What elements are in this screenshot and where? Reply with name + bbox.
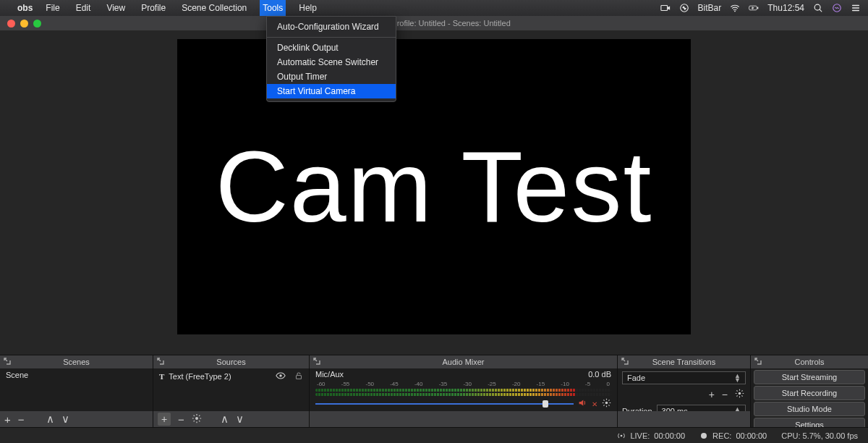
spotlight-icon[interactable] (813, 3, 823, 13)
controls-body: Start Streaming Start Recording Studio M… (751, 368, 868, 427)
popout-icon[interactable] (156, 357, 165, 366)
add-source-button[interactable]: + (158, 413, 171, 426)
remove-scene-button[interactable]: − (18, 413, 25, 426)
svg-rect-8 (297, 376, 302, 379)
menu-tools[interactable]: Tools (260, 0, 286, 16)
clock-day[interactable]: Thu (767, 3, 783, 13)
transitions-dock: Scene Transitions Fade ▲▼ + − Duration 3… (618, 355, 751, 427)
tick: -35 (439, 381, 448, 387)
controls-header: Controls (751, 355, 868, 368)
source-properties-button[interactable] (192, 413, 202, 426)
video-indicator-icon[interactable] (660, 3, 671, 13)
siri-icon[interactable] (832, 3, 842, 13)
transition-properties-button[interactable] (735, 389, 744, 400)
dropdown-item-auto-config[interactable]: Auto-Configuration Wizard (267, 20, 396, 34)
popout-icon[interactable] (312, 357, 321, 366)
add-scene-button[interactable]: + (4, 413, 11, 426)
tick: -30 (463, 381, 472, 387)
mixer-footer (310, 411, 617, 427)
app-name-menu[interactable]: obs (17, 3, 33, 13)
dropdown-item-start-virtual-camera[interactable]: Start Virtual Camera (267, 84, 396, 98)
minimize-window-button[interactable] (20, 20, 28, 28)
dropdown-separator (267, 37, 396, 38)
lock-toggle-icon[interactable] (294, 371, 303, 381)
tick: -55 (341, 381, 350, 387)
tick: -20 (512, 381, 521, 387)
speaker-icon[interactable] (578, 397, 587, 410)
dropdown-item-decklink[interactable]: Decklink Output (267, 41, 396, 55)
dropdown-item-scene-switcher[interactable]: Automatic Scene Switcher (267, 55, 396, 69)
wifi-icon[interactable] (730, 3, 740, 13)
move-scene-down-button[interactable]: ∨ (61, 413, 69, 426)
clock-time[interactable]: 12:54 (783, 3, 804, 13)
duration-input[interactable]: 300 ms ▲▼ (657, 405, 746, 411)
traffic-lights (7, 20, 41, 28)
start-streaming-button[interactable]: Start Streaming (754, 370, 865, 384)
sources-dock: Sources T Text (FreeType 2) + − ∧ ∨ (153, 355, 310, 427)
transitions-header: Scene Transitions (618, 355, 750, 368)
menu-profile[interactable]: Profile (138, 0, 169, 16)
preview-canvas[interactable]: Cam Test (177, 39, 691, 334)
scenes-toolbar: + − ∧ ∨ (0, 411, 153, 427)
tick: -25 (488, 381, 496, 387)
select-stepper-icon: ▲▼ (734, 374, 741, 382)
tick: -50 (365, 381, 374, 387)
window-titlebar: 3 (mac) - Profile: Untitled - Scenes: Un… (0, 16, 868, 30)
zoom-window-button[interactable] (33, 20, 41, 28)
menu-edit[interactable]: Edit (73, 0, 94, 16)
cpu-status: CPU: 5.7%, 30.00 fps (781, 431, 858, 440)
close-window-button[interactable] (7, 20, 15, 28)
scenes-header: Scenes (0, 355, 153, 368)
svg-point-7 (279, 374, 282, 377)
sources-header: Sources (153, 355, 309, 368)
menu-scene-collection[interactable]: Scene Collection (179, 0, 250, 16)
live-label: LIVE: (630, 431, 650, 440)
menu-view[interactable]: View (103, 0, 128, 16)
popout-icon[interactable] (3, 357, 12, 366)
menu-help[interactable]: Help (296, 0, 320, 16)
scenes-dock: Scenes Scene + − ∧ ∨ (0, 355, 153, 427)
popout-icon[interactable] (621, 357, 629, 366)
channel-settings-icon[interactable] (602, 397, 611, 410)
visibility-toggle-icon[interactable] (276, 371, 286, 382)
scenes-title: Scenes (63, 358, 90, 366)
svg-point-10 (605, 402, 608, 405)
add-transition-button[interactable]: + (709, 389, 715, 400)
svg-point-2 (734, 11, 736, 12)
preview-text-source: Cam Test (216, 128, 653, 245)
volume-slider[interactable] (315, 400, 574, 408)
source-item[interactable]: T Text (FreeType 2) (153, 368, 309, 384)
tick: -10 (561, 381, 569, 387)
record-icon (699, 431, 708, 440)
studio-mode-button[interactable]: Studio Mode (754, 402, 865, 416)
svg-point-9 (195, 417, 198, 420)
broadcast-icon (617, 431, 626, 440)
scene-item[interactable]: Scene (0, 368, 153, 381)
move-source-up-button[interactable]: ∧ (221, 413, 229, 426)
dropdown-item-output-timer[interactable]: Output Timer (267, 69, 396, 84)
audio-meter: -60-55-50-45-40-35-30-25-20-15-10-50 (315, 381, 611, 396)
sources-list[interactable]: T Text (FreeType 2) (153, 368, 309, 411)
scenes-list[interactable]: Scene (0, 368, 153, 411)
source-label: Text (FreeType 2) (169, 372, 231, 381)
tick: 0 (606, 381, 609, 387)
mixer-level: 0.0 dB (588, 370, 611, 379)
start-recording-button[interactable]: Start Recording (754, 386, 865, 400)
mute-x-icon: ✕ (592, 400, 597, 408)
notification-center-icon[interactable] (851, 3, 861, 13)
audio-mixer-dock: Audio Mixer Mic/Aux 0.0 dB -60-55-50-45-… (310, 355, 618, 427)
mixer-channel-name: Mic/Aux (315, 370, 344, 379)
battery-icon[interactable] (749, 3, 759, 13)
bitbar-menu[interactable]: BitBar (698, 3, 722, 13)
move-scene-up-button[interactable]: ∧ (46, 413, 54, 426)
settings-button[interactable]: Settings (754, 418, 865, 427)
obs-tray-icon[interactable] (679, 3, 689, 13)
menu-file[interactable]: File (43, 0, 62, 16)
transition-select[interactable]: Fade ▲▼ (622, 371, 746, 384)
remove-source-button[interactable]: − (178, 413, 184, 426)
remove-transition-button[interactable]: − (722, 389, 728, 400)
transitions-title: Scene Transitions (652, 358, 715, 366)
popout-icon[interactable] (754, 357, 762, 366)
rec-status: REC: 00:00:00 (699, 431, 767, 440)
move-source-down-button[interactable]: ∨ (236, 413, 244, 426)
